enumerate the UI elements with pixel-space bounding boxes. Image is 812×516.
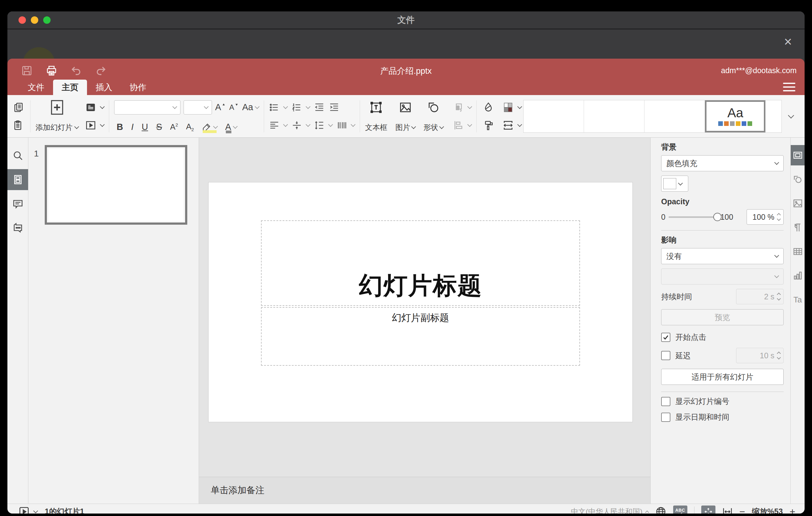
language-selector[interactable]: 中文(中华人民共和国) xyxy=(571,507,648,514)
delay-input[interactable]: 10 s xyxy=(736,348,784,363)
shape-label[interactable]: 形状 xyxy=(423,122,438,133)
arrange-icon[interactable] xyxy=(451,100,465,114)
font-size-select[interactable] xyxy=(183,100,212,114)
title-placeholder[interactable]: 幻灯片标题 xyxy=(261,220,580,306)
fit-to-width-icon[interactable] xyxy=(722,507,733,514)
decrease-font-icon[interactable]: A xyxy=(229,100,239,114)
preview-button[interactable]: 预览 xyxy=(661,309,784,325)
add-slide-label[interactable]: 添加幻灯片 xyxy=(35,122,72,133)
shape-icon[interactable] xyxy=(427,100,440,114)
shape-settings-icon[interactable] xyxy=(791,169,805,190)
tab-home[interactable]: 主页 xyxy=(53,80,87,95)
tab-file[interactable]: 文件 xyxy=(19,80,53,95)
image-label[interactable]: 图片 xyxy=(395,122,410,133)
close-editor-icon[interactable]: × xyxy=(781,34,795,49)
font-color-button[interactable]: A xyxy=(225,122,237,132)
slide-canvas[interactable]: 幻灯片标题 幻灯片副标题 xyxy=(208,182,633,422)
numbered-list-icon[interactable] xyxy=(292,100,302,114)
textbox-icon[interactable] xyxy=(369,100,383,114)
slide-size-icon[interactable] xyxy=(501,118,515,133)
effect-select[interactable]: 没有 xyxy=(661,248,784,264)
clear-style-icon[interactable] xyxy=(482,100,495,114)
minimize-window-icon[interactable] xyxy=(31,16,38,24)
insert-textbox[interactable]: 文本框 xyxy=(365,100,387,133)
strikethrough-button[interactable]: S xyxy=(156,122,162,132)
slide-layout-icon[interactable] xyxy=(84,100,97,114)
start-on-click-checkbox[interactable] xyxy=(661,333,670,342)
highlight-color-button[interactable] xyxy=(202,122,217,132)
columns-icon[interactable] xyxy=(337,118,347,133)
tab-collaboration[interactable]: 协作 xyxy=(121,80,155,95)
paint-roller-icon[interactable] xyxy=(482,118,495,133)
subscript-button[interactable]: A2 xyxy=(186,122,194,132)
close-window-icon[interactable] xyxy=(19,16,26,24)
zoom-out-button[interactable]: − xyxy=(740,507,745,514)
italic-button[interactable]: I xyxy=(131,122,134,132)
hamburger-menu-icon[interactable] xyxy=(783,82,795,93)
font-name-select[interactable] xyxy=(114,100,180,114)
slideshow-options-icon[interactable] xyxy=(33,508,38,513)
textart-settings-icon[interactable]: Ta xyxy=(791,289,805,310)
duration-input[interactable]: 2 s xyxy=(736,289,784,304)
image-settings-icon[interactable] xyxy=(791,193,805,213)
opacity-input[interactable]: 100 % xyxy=(747,209,784,225)
theme-gallery-expand-icon[interactable] xyxy=(782,100,800,133)
table-settings-icon[interactable] xyxy=(791,241,805,262)
delay-checkbox[interactable] xyxy=(661,351,670,360)
color-scheme-icon[interactable] xyxy=(501,100,515,114)
opacity-slider-knob[interactable] xyxy=(713,213,722,221)
theme-option-selected[interactable]: Aa xyxy=(705,100,765,133)
slides-panel-icon[interactable] xyxy=(7,169,28,190)
copy-icon[interactable] xyxy=(12,100,25,114)
apply-to-all-button[interactable]: 适用于所有幻灯片 xyxy=(661,369,784,385)
horizontal-align-icon[interactable] xyxy=(269,118,280,133)
increase-font-icon[interactable]: A xyxy=(215,100,226,114)
textbox-label[interactable]: 文本框 xyxy=(365,122,387,133)
insert-image[interactable]: 图片 xyxy=(395,100,415,133)
opacity-slider[interactable] xyxy=(669,216,720,218)
change-case-icon[interactable]: Aa xyxy=(242,100,259,114)
start-slideshow-icon[interactable] xyxy=(84,118,97,133)
document-language-icon[interactable] xyxy=(655,506,666,514)
add-slide-icon[interactable] xyxy=(50,100,64,114)
print-icon[interactable] xyxy=(45,64,58,77)
bold-button[interactable]: B xyxy=(117,122,123,132)
show-slide-number-checkbox[interactable] xyxy=(661,397,670,406)
shape-align-icon[interactable] xyxy=(451,118,465,133)
spellcheck-toggle-icon[interactable]: ABC xyxy=(673,506,687,514)
zoom-in-button[interactable]: + xyxy=(789,507,795,514)
chat-icon[interactable] xyxy=(7,217,28,238)
opacity-spinner[interactable] xyxy=(778,213,780,220)
theme-option-5[interactable] xyxy=(765,100,781,133)
vertical-align-icon[interactable] xyxy=(292,118,302,133)
fit-to-slide-icon[interactable] xyxy=(701,506,716,514)
increase-indent-icon[interactable] xyxy=(329,100,339,114)
underline-button[interactable]: U xyxy=(142,122,148,132)
comments-icon[interactable] xyxy=(7,193,28,214)
subtitle-placeholder[interactable]: 幻灯片副标题 xyxy=(261,307,580,366)
insert-shape[interactable]: 形状 xyxy=(423,100,443,133)
undo-icon[interactable] xyxy=(70,64,83,77)
start-slideshow-status-icon[interactable] xyxy=(19,506,30,514)
slide-settings-icon[interactable] xyxy=(791,145,805,165)
superscript-button[interactable]: A2 xyxy=(170,122,178,132)
theme-option-3[interactable] xyxy=(644,100,705,133)
maximize-window-icon[interactable] xyxy=(43,16,51,24)
line-spacing-icon[interactable] xyxy=(314,118,324,133)
effect-variant-select[interactable] xyxy=(661,268,784,285)
paragraph-settings-icon[interactable] xyxy=(791,217,805,238)
delay-spinner[interactable] xyxy=(778,352,780,359)
slide-thumbnail[interactable] xyxy=(45,145,187,225)
duration-spinner[interactable] xyxy=(778,293,780,300)
fill-type-select[interactable]: 颜色填充 xyxy=(661,155,784,171)
fill-color-picker[interactable] xyxy=(661,176,688,192)
paste-icon[interactable] xyxy=(12,118,25,133)
show-datetime-checkbox[interactable] xyxy=(661,412,670,422)
theme-option-2[interactable] xyxy=(584,100,644,133)
tab-insert[interactable]: 插入 xyxy=(87,80,121,95)
decrease-indent-icon[interactable] xyxy=(314,100,324,114)
chart-settings-icon[interactable] xyxy=(791,265,805,286)
add-slide-group[interactable]: 添加幻灯片 xyxy=(35,100,78,133)
notes-area[interactable]: 单击添加备注 xyxy=(199,477,650,504)
theme-option-1[interactable] xyxy=(524,100,584,133)
